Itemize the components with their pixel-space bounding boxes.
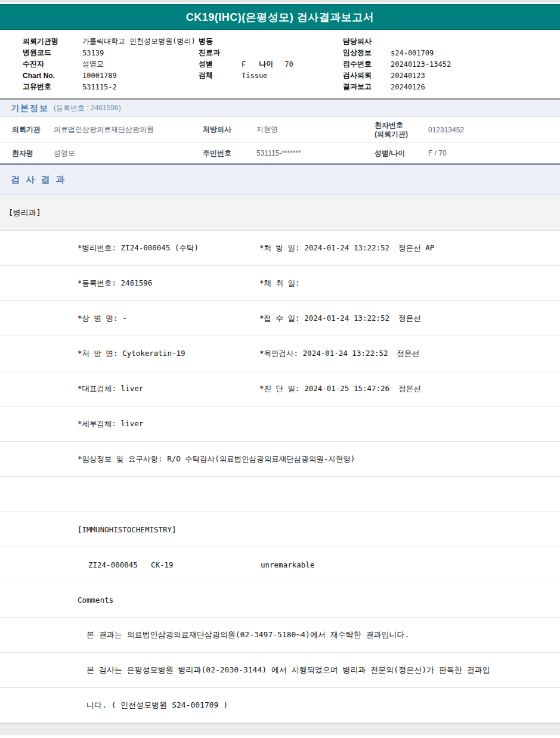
report-field: *임상정보 및 요구사항: R/O 수탁검사(의료법인삼광의료재단삼광의원-지현… bbox=[0, 454, 355, 464]
field-value: 531115-******* bbox=[256, 149, 375, 157]
field-value: 012313452 bbox=[428, 126, 560, 134]
comment-line: 본 검사는 은평성모병원 병리과(02-2030-3144) 에서 시행되었으며… bbox=[86, 665, 490, 675]
report-field: *처 방 일: 2024-01-24 13:22:52 정은선 AP bbox=[259, 243, 560, 253]
report-field: *병리번호: ZI24-000045 (수탁) bbox=[0, 243, 259, 253]
ihc-result-row: ZI24-000045 CK-19 unremarkable bbox=[0, 547, 560, 582]
report-row-empty bbox=[0, 477, 560, 512]
field-label: 환자명 bbox=[0, 149, 54, 158]
comments-label: Comments bbox=[78, 596, 113, 604]
basic-info-row: 환자명 성영모 주민번호 531115-******* 성별/나이 F / 70 bbox=[0, 143, 560, 165]
field-label: 수진자 bbox=[23, 59, 82, 69]
page-title: CK19(IHC)(은평성모) 검사결과보고서 bbox=[186, 10, 375, 24]
report-field: *상 병 명: - bbox=[0, 314, 259, 324]
field-label: 접수번호 bbox=[343, 59, 391, 69]
field-label: Chart No. bbox=[23, 72, 82, 80]
report-field: *진 단 일: 2024-01-25 15:47:26 정은선 bbox=[259, 384, 560, 394]
field-value: 성영모 bbox=[82, 59, 104, 69]
results-section-header: 검 사 결 과 bbox=[0, 165, 560, 195]
field-value: 53139 bbox=[82, 49, 104, 57]
report-row: *대표검체: liver *진 단 일: 2024-01-25 15:47:26… bbox=[0, 371, 560, 407]
field-value: 가톨릭대학교 인천성모병원(병리) bbox=[82, 36, 196, 46]
field-value: 10001789 bbox=[82, 72, 117, 80]
section-title: 기본정보 bbox=[11, 103, 49, 114]
header-left-column: 의뢰기관명가톨릭대학교 인천성모병원(병리) 병원코드53139 수진자성영모 … bbox=[23, 36, 199, 98]
field-label: 검체 bbox=[199, 70, 242, 80]
field-label: 병원코드 bbox=[23, 48, 82, 58]
basic-info-row: 의뢰기관 의료법인삼광의료재단삼광의원 처방의사 지현영 환자번호 (의뢰기관)… bbox=[0, 117, 560, 143]
field-value: 70 bbox=[284, 60, 293, 69]
field-value: 20240123 bbox=[391, 72, 425, 80]
field-label: 병동 bbox=[199, 36, 242, 46]
field-value: 531115-2 bbox=[82, 83, 117, 91]
field-label: 검사의뢰 bbox=[343, 70, 391, 80]
field-value: F bbox=[242, 60, 246, 69]
report-row: *임상정보 및 요구사항: R/O 수탁검사(의료법인삼광의료재단삼광의원-지현… bbox=[0, 442, 560, 477]
comment-line: 니다. ( 인천성모병원 S24-001709 ) bbox=[86, 700, 228, 711]
field-label: 의뢰기관명 bbox=[23, 36, 82, 46]
report-row: *병리번호: ZI24-000045 (수탁) *처 방 일: 2024-01-… bbox=[0, 231, 560, 266]
report-field: *대표검체: liver bbox=[0, 384, 259, 394]
report-page: CK19(IHC)(은평성모) 검사결과보고서 의뢰기관명가톨릭대학교 인천성모… bbox=[0, 0, 560, 738]
registration-number: (등록번호 : 2461596) bbox=[54, 103, 121, 113]
field-label: 고유번호 bbox=[23, 82, 82, 92]
field-label: 의뢰기관 bbox=[0, 125, 54, 134]
header-info-section: 의뢰기관명가톨릭대학교 인천성모병원(병리) 병원코드53139 수진자성영모 … bbox=[0, 30, 560, 100]
comment-line-row: 니다. ( 인천성모병원 S24-001709 ) bbox=[0, 688, 560, 723]
report-field: *접 수 일: 2024-01-24 13:22:52 정은선 bbox=[259, 314, 560, 324]
header-right-column: 담당의사 임상정보s24-001709 접수번호20240123-13452 검… bbox=[343, 36, 560, 98]
ihc-section-header: [IMMUNOHISTOCHEMISTRY] bbox=[0, 512, 560, 547]
field-label: 나이 bbox=[259, 59, 284, 69]
field-label: 처방의사 bbox=[203, 125, 256, 134]
field-label: 담당의사 bbox=[343, 36, 391, 46]
field-value: 성영모 bbox=[54, 148, 203, 159]
report-row: *세부검체: liver bbox=[0, 407, 560, 442]
field-label: 환자번호 (의뢰기관) bbox=[375, 121, 428, 139]
comments-header-row: Comments bbox=[0, 582, 560, 618]
field-value: Tissue bbox=[242, 72, 267, 80]
ihc-specimen-number: ZI24-000045 bbox=[0, 560, 151, 569]
footer-strip bbox=[0, 723, 560, 735]
field-value: s24-001709 bbox=[391, 49, 434, 57]
report-field: *육안검사: 2024-01-24 13:22:52 정은선 bbox=[259, 349, 560, 359]
field-label: 성별/나이 bbox=[375, 149, 428, 158]
report-row: *등록번호: 2461596 *채 취 일: bbox=[0, 266, 560, 301]
basic-info-section-header: 기본정보 (등록번호 : 2461596) bbox=[0, 100, 560, 117]
comment-line-row: 본 결과는 의료법인삼광의료재단삼광의원(02-3497-5180~4)에서 재… bbox=[0, 618, 560, 653]
field-value: 20240123-13452 bbox=[391, 60, 451, 69]
field-label: 주민번호 bbox=[203, 149, 256, 158]
report-field: *처 방 명: Cytokeratin-19 bbox=[0, 349, 259, 359]
report-field: *채 취 일: bbox=[259, 278, 560, 289]
field-value: 지현영 bbox=[256, 125, 375, 135]
ihc-test-name: CK-19 bbox=[151, 560, 261, 569]
report-field: *세부검체: liver bbox=[0, 419, 259, 429]
section-title: 검 사 결 과 bbox=[11, 174, 67, 185]
comment-line: 본 결과는 의료법인삼광의료재단삼광의원(02-3497-5180~4)에서 재… bbox=[86, 630, 409, 640]
field-value: 의료법인삼광의료재단삼광의원 bbox=[54, 125, 203, 135]
ihc-result-value: unremarkable bbox=[261, 560, 560, 569]
report-title-bar: CK19(IHC)(은평성모) 검사결과보고서 bbox=[0, 4, 560, 30]
header-middle-column: 병동 진료과 성별 F 나이 70 검체Tissue bbox=[199, 36, 343, 98]
report-row: *상 병 명: - *접 수 일: 2024-01-24 13:22:52 정은… bbox=[0, 301, 560, 336]
report-field: *등록번호: 2461596 bbox=[0, 278, 259, 289]
window-edge-strip bbox=[0, 0, 560, 2]
field-value: 20240126 bbox=[391, 83, 425, 91]
department-header: [병리과] bbox=[0, 195, 560, 231]
department-label: [병리과] bbox=[8, 207, 41, 218]
field-label: 성별 bbox=[199, 59, 242, 69]
report-row: *처 방 명: Cytokeratin-19 *육안검사: 2024-01-24… bbox=[0, 336, 560, 371]
field-label: 결과보고 bbox=[343, 82, 391, 92]
comment-line-row: 본 검사는 은평성모병원 병리과(02-2030-3144) 에서 시행되었으며… bbox=[0, 653, 560, 688]
field-value: F / 70 bbox=[428, 149, 560, 157]
field-label: 임상정보 bbox=[343, 48, 391, 58]
field-label: 진료과 bbox=[199, 48, 242, 58]
ihc-header-label: [IMMUNOHISTOCHEMISTRY] bbox=[78, 525, 177, 534]
